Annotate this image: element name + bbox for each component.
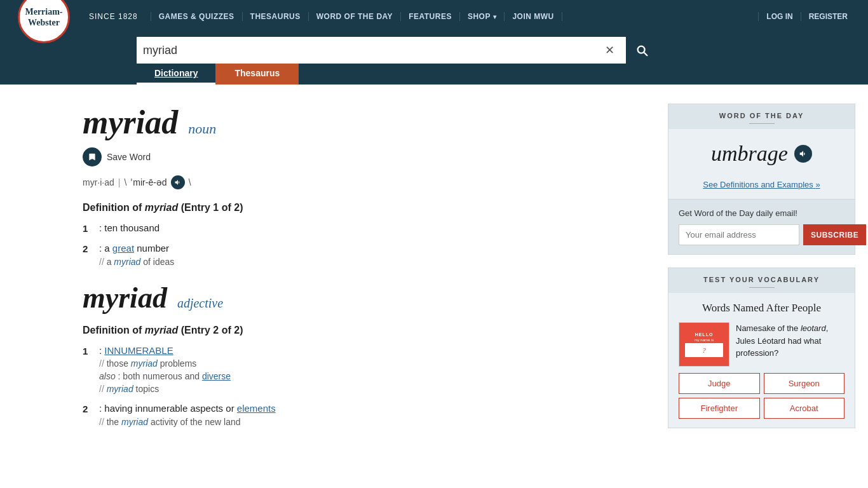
main-word-noun: myriad [83,104,178,141]
adj-def-1: 1 : INNUMERABLE // those myriad problems… [83,345,649,394]
clear-button[interactable]: ✕ [601,43,618,57]
pronunciation-phonetic: ˈmir-ē-əd [130,177,166,187]
register-link[interactable]: REGISTER [801,12,855,21]
search-bar: ✕ [137,37,658,64]
tab-dictionary[interactable]: Dictionary [137,64,215,85]
wotd-divider [749,123,775,124]
vocab-card: TEST YOUR VOCABULARY Words Named After P… [668,268,855,428]
login-link[interactable]: LOG IN [758,12,801,21]
vocab-question: Namesake of the leotard, Jules Léotard h… [736,322,844,360]
vocab-choices: Judge Surgeon Firefighter Acrobat [679,373,844,419]
def-text-1: : ten thousand [99,222,159,233]
search-input[interactable] [143,44,601,57]
main-content: myriad noun Save Word myr·​i·​ad | \ ˈmi… [0,85,868,449]
search-icon [635,43,649,57]
main-nav: GAMES & QUIZZES THESAURUS WORD OF THE DA… [151,12,562,21]
nav-item-shop[interactable]: SHOP ▾ [460,12,505,21]
audio-button-noun[interactable] [171,175,185,189]
nav-item-features[interactable]: FEATURES [401,12,460,21]
noun-def-2: 2 : a great number // a myriad of ideas [83,243,649,267]
vocab-image: HELLO my name is ? [679,322,729,367]
header-wrapper: Merriam-Webster SINCE 1828 GAMES & QUIZZ… [0,0,868,85]
def-title-noun: Definition of myriad (Entry 1 of 2) [83,202,649,214]
wotd-word-area: umbrage [668,129,855,173]
def-example-2: // a myriad of ideas [99,257,174,267]
email-row: SUBSCRIBE [679,224,844,245]
speaker-icon-noun [174,179,182,186]
auth-area: LOG IN REGISTER [758,12,855,21]
wotd-header: WORD OF THE DAY [668,104,855,129]
main-word-adj: myriad [83,281,167,315]
audio-circle-noun [171,175,185,189]
nav-item-join[interactable]: JOIN MWU [505,12,562,21]
pos-adj: adjective [177,296,223,311]
vocab-question-area: Namesake of the leotard, Jules Léotard h… [736,322,844,367]
wotd-word: umbrage [711,142,788,166]
pron-close: \ [189,177,191,187]
choice-judge[interactable]: Judge [679,373,760,394]
adj-example-1a: // those myriad problems [99,358,231,369]
wotd-card: WORD OF THE DAY umbrage [668,104,855,255]
subscribe-button[interactable]: SUBSCRIBE [803,224,866,245]
wotd-see-link[interactable]: See Definitions and Examples » [703,180,820,189]
wotd-link-area: See Definitions and Examples » [668,173,855,200]
def-num-2: 2 [83,243,93,267]
def-num-1: 1 [83,222,93,234]
nav-item-word-of-day[interactable]: WORD OF THE DAY [309,12,401,21]
search-button[interactable] [625,37,658,64]
adj-def-body-2: : having innumerable aspects or elements… [99,403,276,427]
top-nav: Merriam-Webster SINCE 1828 GAMES & QUIZZ… [0,0,868,33]
entry-content: myriad noun Save Word myr·​i·​ad | \ ˈmi… [83,100,649,436]
pos-noun: noun [188,121,216,137]
def-body-2: : a great number // a myriad of ideas [99,243,174,267]
choice-surgeon[interactable]: Surgeon [764,373,845,394]
slash-slash-1: // [99,257,107,267]
adj-def-num-2: 2 [83,403,93,427]
bookmark-button[interactable] [83,147,102,166]
noun-def-1: 1 : ten thousand [83,222,649,234]
pronunciation-area: myr·​i·​ad | \ ˈmir-ē-əd \ [83,175,649,189]
adj-example-1b: // myriad topics [99,384,231,394]
logo-area[interactable]: Merriam-Webster [13,0,83,33]
great-link[interactable]: great [112,243,134,254]
vocab-subtitle: Words Named After People [679,302,844,315]
wotd-audio-button[interactable] [794,145,812,163]
save-word-label[interactable]: Save Word [107,152,151,162]
diverse-link[interactable]: diverse [202,371,231,381]
vocab-header: TEST YOUR VOCABULARY [668,268,855,293]
email-label: Get Word of the Day daily email! [679,208,844,218]
wotd-audio-circle [794,145,812,163]
email-input[interactable] [679,224,799,245]
choice-firefighter[interactable]: Firefighter [679,398,760,419]
tab-thesaurus[interactable]: Thesaurus [215,64,299,85]
adj-def-num-1: 1 [83,345,93,394]
sidebar: WORD OF THE DAY umbrage [668,100,855,436]
vocab-divider [749,287,775,288]
adj-def-text-1: : INNUMERABLE [99,345,231,356]
chevron-down-icon: ▾ [493,13,497,20]
search-tabs-row: ✕ Dictionary Thesaurus [0,33,868,85]
innumerable-link[interactable]: INNUMERABLE [104,345,173,356]
adj-also-1: also : both numerous and diverse [99,371,231,381]
vocab-body: Words Named After People HELLO my name i… [668,293,855,428]
elements-link[interactable]: elements [237,403,276,414]
pron-divider2: \ [124,177,126,187]
noun-entry: myriad noun Save Word myr·​i·​ad | \ ˈmi… [83,104,649,267]
nav-item-thesaurus[interactable]: THESAURUS [243,12,309,21]
word-heading-noun: myriad noun [83,104,649,141]
adj-def-text-2: : having innumerable aspects or elements [99,403,276,414]
adj-example-2: // the myriad activity of the new land [99,417,276,427]
wotd-title: WORD OF THE DAY [679,112,844,119]
adj-def-2: 2 : having innumerable aspects or elemen… [83,403,649,427]
def-title-adj: Definition of myriad (Entry 2 of 2) [83,325,649,336]
pron-divider1: | [118,177,121,187]
since-label: SINCE 1828 [89,12,138,21]
save-word-area: Save Word [83,147,649,166]
vocab-title: TEST YOUR VOCABULARY [679,276,844,283]
nav-item-games[interactable]: GAMES & QUIZZES [151,12,243,21]
logo-text: Merriam-Webster [25,6,62,29]
wotd-word-row: umbrage [679,142,844,166]
choice-acrobat[interactable]: Acrobat [764,398,845,419]
adj-entry: myriad adjective Definition of myriad (E… [83,281,649,427]
adj-def-body-1: : INNUMERABLE // those myriad problems a… [99,345,231,394]
